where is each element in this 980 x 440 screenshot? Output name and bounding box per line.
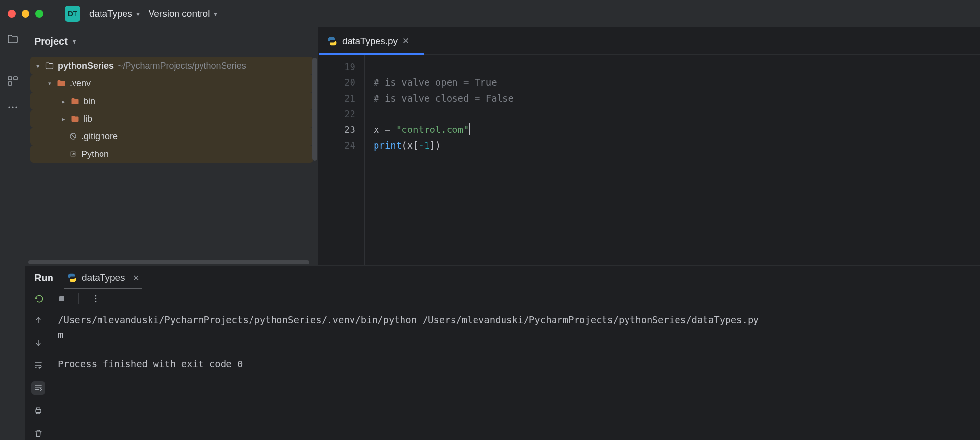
code-line[interactable]: print(x[-1]) bbox=[374, 137, 514, 153]
window-maximize-button[interactable] bbox=[35, 10, 43, 18]
code-line[interactable] bbox=[374, 106, 514, 122]
svg-rect-1 bbox=[14, 77, 17, 80]
code-line[interactable]: x = "control.com" bbox=[374, 122, 514, 137]
code-line[interactable]: # is_valve_open = True bbox=[374, 75, 514, 90]
close-icon[interactable]: ✕ bbox=[402, 36, 409, 46]
chevron-down-icon: ▾ bbox=[73, 37, 76, 45]
run-console-output[interactable]: /Users/mlevanduski/PycharmProjects/pytho… bbox=[51, 308, 980, 440]
chevron-down-icon[interactable]: ▾ bbox=[34, 62, 41, 70]
project-tree-vertical-scrollbar[interactable] bbox=[312, 58, 317, 161]
project-selector[interactable]: dataTypes ▾ bbox=[89, 8, 140, 19]
toolbar-separator bbox=[78, 293, 79, 304]
code-line[interactable]: # is_valve_closed = False bbox=[374, 90, 514, 106]
window-close-button[interactable] bbox=[8, 10, 16, 18]
rail-divider bbox=[6, 60, 20, 60]
tree-item-venv[interactable]: ▾ .venv bbox=[30, 75, 313, 92]
project-tool-window: Project ▾ ▾ pythonSeries ~/PycharmProjec… bbox=[25, 27, 319, 265]
more-tool-icon[interactable] bbox=[7, 102, 19, 113]
ignored-file-icon bbox=[69, 132, 77, 141]
svg-point-11 bbox=[95, 301, 97, 302]
shortcut-icon bbox=[69, 150, 77, 158]
svg-point-4 bbox=[12, 106, 13, 108]
project-badge: DT bbox=[65, 6, 80, 22]
line-number[interactable]: 22 bbox=[319, 106, 355, 122]
folder-icon bbox=[71, 97, 79, 105]
python-file-icon bbox=[67, 273, 77, 283]
svg-point-3 bbox=[8, 106, 10, 108]
scroll-down-button[interactable] bbox=[31, 336, 45, 350]
folder-icon bbox=[71, 115, 79, 123]
project-tool-title: Project bbox=[34, 36, 68, 47]
print-button[interactable] bbox=[31, 404, 45, 417]
editor-tabs: dataTypes.py ✕ bbox=[319, 27, 980, 55]
run-config-name: dataTypes bbox=[82, 272, 125, 283]
editor-code-area[interactable]: # is_valve_open = True# is_valve_closed … bbox=[365, 55, 514, 265]
svg-point-5 bbox=[15, 106, 17, 108]
svg-rect-8 bbox=[59, 296, 64, 301]
svg-rect-12 bbox=[36, 410, 41, 413]
project-name-label: dataTypes bbox=[89, 8, 132, 19]
code-editor[interactable]: 192021222324 # is_valve_open = True# is_… bbox=[319, 55, 980, 265]
tree-item-gitignore[interactable]: .gitignore bbox=[30, 128, 313, 145]
more-actions-button[interactable] bbox=[90, 293, 101, 305]
editor-gutter[interactable]: 192021222324 bbox=[319, 55, 365, 265]
editor-tab-datatypes[interactable]: dataTypes.py ✕ bbox=[319, 27, 418, 54]
tree-item-label: lib bbox=[83, 114, 92, 124]
project-tool-icon[interactable] bbox=[7, 33, 19, 45]
tree-item-lib[interactable]: ▸ lib bbox=[30, 110, 313, 128]
text-cursor bbox=[469, 123, 470, 135]
run-config-tab[interactable]: dataTypes ✕ bbox=[67, 266, 139, 289]
soft-wrap-button[interactable] bbox=[31, 359, 45, 372]
tree-item-bin[interactable]: ▸ bin bbox=[30, 92, 313, 110]
line-number[interactable]: 19 bbox=[319, 59, 355, 75]
chevron-right-icon[interactable]: ▸ bbox=[60, 115, 67, 123]
close-icon[interactable]: ✕ bbox=[133, 273, 139, 283]
run-tool-header: Run dataTypes ✕ bbox=[25, 266, 980, 289]
window-minimize-button[interactable] bbox=[22, 10, 29, 18]
titlebar: DT dataTypes ▾ Version control ▾ bbox=[0, 0, 980, 27]
chevron-down-icon: ▾ bbox=[214, 10, 217, 18]
stop-button[interactable] bbox=[56, 293, 68, 305]
clear-all-button[interactable] bbox=[31, 426, 45, 440]
project-tree-horizontal-scrollbar[interactable] bbox=[28, 260, 309, 264]
rerun-button[interactable] bbox=[33, 293, 45, 305]
tree-root[interactable]: ▾ pythonSeries ~/PycharmProjects/pythonS… bbox=[30, 57, 313, 75]
active-run-tab-indicator bbox=[64, 288, 142, 289]
tree-item-label: bin bbox=[83, 96, 95, 106]
structure-tool-icon[interactable] bbox=[7, 75, 19, 87]
window-controls bbox=[8, 10, 43, 18]
tree-item-label: Python bbox=[81, 149, 109, 159]
chevron-down-icon[interactable]: ▾ bbox=[46, 80, 53, 87]
tree-root-path: ~/PycharmProjects/pythonSeries bbox=[118, 61, 246, 71]
editor-pane: dataTypes.py ✕ 192021222324 # is_valve_o… bbox=[319, 27, 980, 265]
folder-icon bbox=[45, 62, 54, 70]
tree-item-label: .gitignore bbox=[81, 131, 118, 142]
chevron-down-icon: ▾ bbox=[136, 10, 140, 18]
run-tool-window: Run dataTypes ✕ bbox=[25, 265, 980, 440]
chevron-right-icon[interactable]: ▸ bbox=[60, 98, 67, 105]
run-toolbar bbox=[25, 289, 980, 308]
project-tool-header[interactable]: Project ▾ bbox=[25, 27, 318, 55]
left-tool-rail bbox=[0, 27, 25, 440]
tree-root-name: pythonSeries bbox=[58, 61, 114, 71]
tree-item-label: .venv bbox=[70, 78, 91, 89]
run-side-toolbar bbox=[25, 308, 51, 440]
svg-rect-0 bbox=[8, 77, 12, 80]
svg-point-10 bbox=[95, 298, 97, 299]
vcs-menu[interactable]: Version control ▾ bbox=[149, 8, 218, 19]
line-number[interactable]: 21 bbox=[319, 90, 355, 106]
scroll-to-end-button[interactable] bbox=[31, 381, 45, 395]
vcs-menu-label: Version control bbox=[149, 8, 210, 19]
python-file-icon bbox=[327, 36, 337, 46]
editor-tab-filename: dataTypes.py bbox=[342, 36, 398, 47]
run-tool-title: Run bbox=[34, 272, 53, 284]
code-line[interactable] bbox=[374, 59, 514, 75]
folder-icon bbox=[57, 79, 66, 87]
line-number[interactable]: 24 bbox=[319, 137, 355, 153]
scroll-up-button[interactable] bbox=[31, 313, 45, 327]
line-number[interactable]: 20 bbox=[319, 75, 355, 90]
line-number[interactable]: 23 bbox=[319, 122, 355, 137]
project-tree[interactable]: ▾ pythonSeries ~/PycharmProjects/pythonS… bbox=[25, 55, 318, 265]
svg-rect-2 bbox=[8, 82, 12, 85]
tree-item-python-link[interactable]: Python bbox=[30, 145, 313, 163]
